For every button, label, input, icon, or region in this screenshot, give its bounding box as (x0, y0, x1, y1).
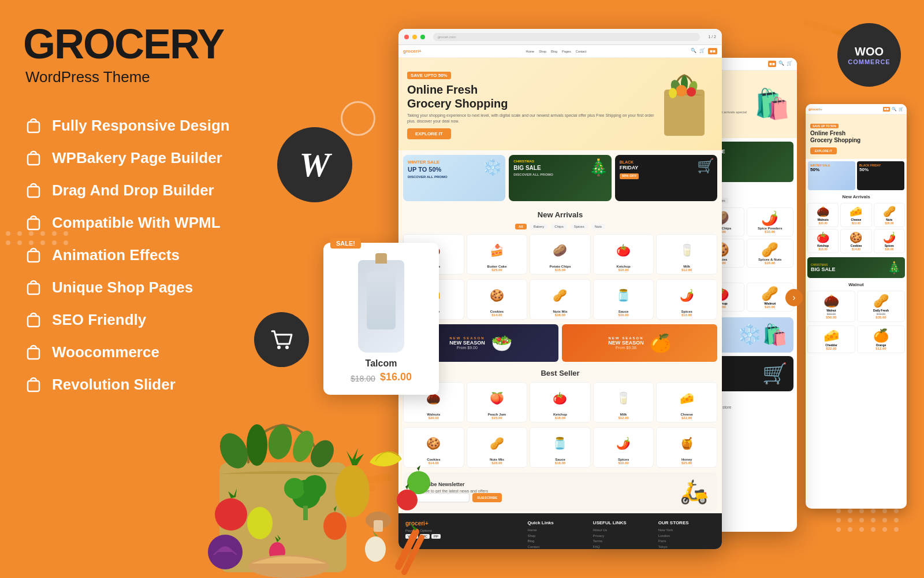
hero-badge: SAVE UPTO 50% (407, 72, 451, 79)
tablet-bs4-price: $20.00 (750, 305, 791, 309)
feature-item-4: Compatible With WPML (23, 212, 312, 233)
best-seller-grid-2: 🍪 Cookies $14.00 🥜 Nuts Mix $28.00 🫙 Sau… (398, 425, 722, 470)
product-cell-9[interactable]: 🫙 Sauce $16.00 (593, 279, 654, 320)
tablet-product-8[interactable]: 🥜 Spices & Nuts $28.00 (747, 239, 794, 268)
tablet-p4-img: 🌶️ (750, 210, 791, 227)
mobile-p2[interactable]: 🧀 Cheese $22.00 (840, 203, 871, 227)
bs-cell-9[interactable]: 🌶️ Spices $10.00 (593, 427, 654, 468)
svg-point-9 (277, 346, 281, 349)
mobile-bottom-products: 🧀 Cheddar $22.00 🍊 Orange $12.00 (806, 324, 907, 355)
tab-bakery[interactable]: Bakery (530, 224, 548, 229)
subscribe-form[interactable]: SUBSCRIBE (412, 493, 674, 502)
subscribe-text: Subscribe Newsletter Subscribe to get th… (412, 481, 674, 502)
mobile-p1-price: $20.00 (810, 221, 836, 225)
search-nav-icon: 🔍 (691, 48, 696, 54)
tab-chips[interactable]: Chips (551, 224, 567, 229)
product-cell-5[interactable]: 🥛 Milk $12.00 (656, 234, 717, 275)
svg-point-31 (323, 512, 346, 540)
mobile-p1-img: 🌰 (810, 205, 836, 218)
mobile-orange-cell[interactable]: 🍊 Orange $12.00 (857, 325, 905, 353)
woocommerce-badge: WOO COMMERCE (837, 23, 901, 87)
mobile-explore-btn[interactable]: EXPLORE IT (810, 147, 837, 154)
hero-text-area: SAVE UPTO 50% Online FreshGrocery Shoppi… (407, 69, 655, 140)
product-price-old: $18.00 (351, 374, 375, 383)
product-cell-8[interactable]: 🥜 Nuts Mix $28.00 (530, 279, 591, 320)
right-nav-arrow[interactable]: › (785, 289, 803, 306)
feature-item-5: Animation Effects (23, 244, 312, 265)
brand-title: GROCERY (23, 23, 312, 65)
product-grid-1: 🌰 Walnuts $20.00 🍰 Butter Cake $25.00 🥔 … (398, 232, 722, 277)
tablet-p8-img: 🥜 (750, 242, 791, 258)
bs-cell-3[interactable]: 🍅 Ketchup $18.00 (530, 382, 591, 423)
product-cell-2[interactable]: 🍰 Butter Cake $25.00 (467, 234, 528, 275)
product-cell-7[interactable]: 🍪 Cookies $14.00 (467, 279, 528, 320)
feature-item-6: Unique Shop Pages (23, 277, 312, 298)
footer-quick-links: Quick Links HomeShopBlogContact (527, 520, 584, 549)
svg-point-39 (397, 490, 418, 510)
new-arrivals-title: New Arrivals (398, 206, 722, 221)
svg-rect-2 (28, 187, 39, 197)
browser-dot-red (404, 35, 409, 39)
nav-icons: 🔍 🛒 ■■ (691, 48, 717, 54)
hero-bag-image (655, 66, 713, 142)
bs-cell-2[interactable]: 🍑 Peach Jam $15.00 (467, 382, 528, 423)
mobile-p4[interactable]: 🍅 Ketchup $18.00 (807, 229, 839, 253)
svg-rect-6 (28, 316, 39, 327)
bs-cell-8[interactable]: 🫙 Sauce $16.00 (530, 427, 591, 468)
promo-black-label: BLACK FRIDAY 50% OFF (620, 160, 639, 179)
bag-icon-6 (23, 277, 44, 298)
mobile-p3-price: $28.00 (876, 221, 903, 225)
svg-rect-4 (28, 251, 39, 262)
tablet-color-swatches: ■■ (768, 61, 776, 67)
mobile-walnut-1-img: 🌰 (810, 294, 852, 309)
mobile-walnut-2[interactable]: 🥜 Daily Fresh $40.00 $35.00 (857, 291, 905, 322)
wordpress-logo: W (299, 145, 330, 185)
mobile-cheese-cell[interactable]: 🧀 Cheddar $22.00 (807, 325, 855, 353)
tab-spices[interactable]: Spices (571, 224, 588, 229)
mobile-orange-img: 🍊 (860, 328, 902, 343)
mobile-p5[interactable]: 🍪 Cookies $14.00 (840, 229, 871, 253)
bag-icon-8 (23, 342, 44, 362)
mobile-p6[interactable]: 🌶️ Spices $10.00 (874, 229, 905, 253)
tab-all[interactable]: All (515, 224, 527, 229)
feature-item-1: Fully Responsive Design (23, 115, 312, 136)
mobile-hero-title: Online FreshGrocery Shopping (810, 130, 902, 144)
mobile-walnut-1[interactable]: 🌰 Walnut $60.00 $50.00 (807, 291, 855, 322)
category-tabs[interactable]: All Bakery Chips Spices Nuts (398, 221, 722, 232)
product-img-sauce: 🫙 (596, 282, 651, 308)
product-img-milk: 🥛 (659, 237, 714, 263)
promo-winter: WINTER SALE UP TO 50% DISCOVER ALL PROMO… (403, 155, 505, 201)
mobile-walnut-2-img: 🥜 (860, 294, 902, 309)
bs-cell-4[interactable]: 🥛 Milk $12.00 (593, 382, 654, 423)
feature-item-3: Drag And Drop Builder (23, 180, 312, 201)
product-img-spices: 🌶️ (659, 282, 714, 308)
mobile-p3[interactable]: 🥜 Nuts $28.00 (874, 203, 905, 227)
bs-cell-5[interactable]: 🧀 Cheese $22.00 (656, 382, 717, 423)
product-img-chips: 🥔 (532, 237, 588, 263)
product-img-cookies: 🍪 (470, 282, 525, 308)
svg-point-16 (687, 87, 696, 97)
useful-links-list: About UsPrivacyTermsFAQ (593, 528, 650, 549)
subscribe-button[interactable]: SUBSCRIBE (472, 493, 502, 502)
bs-cell-10[interactable]: 🍯 Honey $25.00 (656, 427, 717, 468)
bs-cell-7[interactable]: 🥜 Nuts Mix $28.00 (467, 427, 528, 468)
svg-rect-8 (28, 381, 39, 391)
mobile-promo-row: WINTER SALE 50% BLACK FRIDAY 50% (806, 159, 907, 192)
product-cell-10[interactable]: 🌶️ Spices $10.00 (656, 279, 717, 320)
svg-point-35 (365, 536, 386, 562)
mobile-p1[interactable]: 🌰 Walnuts $20.00 (807, 203, 839, 227)
bag-icon-4 (23, 212, 44, 233)
tablet-product-4[interactable]: 🌶️ Spice Powders $10.00 (747, 208, 794, 236)
product-cell-4[interactable]: 🍅 Ketchup $18.00 (593, 234, 654, 275)
hero-explore-button[interactable]: EXPLORE IT (407, 128, 451, 139)
product-cell-3[interactable]: 🥔 Potato Chips $15.00 (530, 234, 591, 275)
mobile-badge: SAVE UP TO 50% (810, 124, 839, 128)
footer: groceri+ Payment Options VISA MC PP Quic… (398, 513, 722, 549)
tab-nuts[interactable]: Nuts (591, 224, 605, 229)
mobile-p5-price: $14.00 (843, 247, 869, 251)
nav-home: Home (526, 50, 535, 53)
bag-icon-2 (23, 147, 44, 168)
site-logo: groceri+ (403, 49, 422, 54)
tablet-bs4-img: 🥜 (750, 286, 791, 302)
winter-decoration: ❄️ (482, 158, 502, 177)
